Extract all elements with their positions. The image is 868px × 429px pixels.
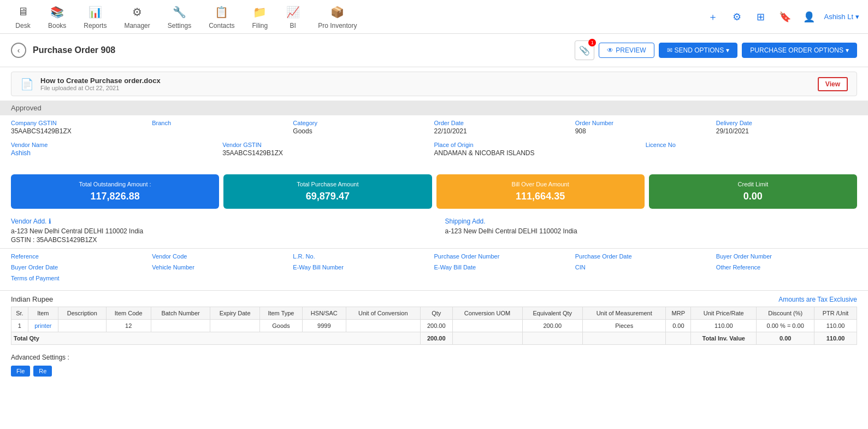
attachment-button[interactable]: 📎 1: [575, 40, 594, 60]
back-button[interactable]: ‹: [11, 43, 26, 58]
vendor-address-text: a-123 New Delhi Central DELHI 110002 Ind…: [11, 227, 423, 235]
other-reference-field: Other Reference: [716, 264, 857, 271]
po-number-field: Purchase Order Number: [434, 253, 575, 260]
nav-item-filing[interactable]: 📁 Filing: [245, 0, 274, 34]
cell-ptr-unit: 110.00: [814, 320, 857, 332]
items-table: Sr. Item Description Item Code Batch Num…: [11, 307, 857, 345]
cell-equivalent-qty: 200.00: [522, 320, 582, 332]
user-avatar-icon[interactable]: 👤: [800, 8, 818, 26]
total-qty-label: Total Qty: [11, 332, 421, 345]
top-navigation: 🖥 Desk 📚 Books 📊 Reports ⚙ Manager 🔧 Set…: [0, 0, 868, 34]
nav-items: 🖥 Desk 📚 Books 📊 Reports ⚙ Manager 🔧 Set…: [9, 0, 704, 34]
vendor-name-field: Vendor Name Ashish: [11, 142, 222, 157]
purchase-value: 69,879.47: [232, 191, 423, 202]
nav-item-settings[interactable]: 🔧 Settings: [161, 0, 198, 34]
vendor-add-link[interactable]: Vendor Add. ℹ: [11, 218, 51, 225]
pro-inventory-icon: 📦: [330, 4, 345, 20]
credit-limit-box: Credit Limit 0.00: [649, 174, 857, 209]
preview-label: PREVIEW: [616, 46, 646, 54]
eway-bill-date-label: E-Way Bill Date: [434, 264, 575, 271]
col-unit-of-measurement: Unit of Measurement: [583, 307, 666, 320]
shipping-add-label: Shipping Add.: [445, 218, 486, 225]
other-reference-label: Other Reference: [716, 264, 857, 271]
nav-item-books[interactable]: 📚 Books: [42, 0, 73, 34]
shipping-add-link[interactable]: Shipping Add.: [445, 218, 486, 225]
advanced-btn-2[interactable]: Re: [33, 366, 52, 377]
user-menu[interactable]: Ashish Lt ▾: [824, 13, 859, 21]
nav-item-desk[interactable]: 🖥 Desk: [9, 0, 37, 34]
licence-no-value: [646, 149, 857, 157]
nav-item-contacts[interactable]: 📋 Contacts: [202, 0, 241, 34]
lr-no-label: L.R. No.: [293, 253, 434, 260]
col-expiry-date: Expiry Date: [210, 307, 259, 320]
order-date-label: Order Date: [434, 120, 575, 126]
eway-bill-number-field: E-Way Bill Number: [293, 264, 434, 271]
po-options-chevron-icon: ▾: [846, 46, 849, 54]
delivery-date-value: 29/10/2021: [716, 127, 857, 135]
total-qty-empty4: [666, 332, 691, 345]
vendor-code-label: Vendor Code: [152, 253, 293, 260]
cell-sr: 1: [11, 320, 28, 332]
desk-icon: 🖥: [15, 4, 31, 20]
grid-icon[interactable]: ⊞: [752, 8, 770, 26]
col-item-code: Item Code: [106, 307, 151, 320]
po-date-field: Purchase Order Date: [575, 253, 716, 260]
nav-item-manager[interactable]: ⚙ Manager: [117, 0, 156, 34]
delivery-date-label: Delivery Date: [716, 120, 857, 126]
filing-icon: 📁: [252, 4, 268, 20]
col-item-type: Item Type: [259, 307, 302, 320]
reference-fields-section: Reference Vendor Code L.R. No. Purchase …: [0, 248, 868, 290]
nav-item-pro-inventory[interactable]: 📦 Pro Inventory: [311, 0, 363, 34]
vendor-gstin-field: Vendor GSTIN 35AABCS1429B1ZX: [222, 142, 434, 157]
cell-item-type: Goods: [259, 320, 302, 332]
file-info: How to Create Purchase order.docx File u…: [40, 77, 811, 91]
send-options-button[interactable]: ✉ SEND OPTIONS ▾: [659, 43, 738, 58]
company-fields-row1: Company GSTIN 35AABCS1429B1ZX Branch Cat…: [11, 120, 857, 135]
cin-label: CIN: [575, 264, 716, 271]
preview-icon: 👁: [607, 46, 613, 54]
category-label: Category: [293, 120, 434, 126]
nav-item-bi[interactable]: 📈 BI: [279, 0, 307, 34]
category-field: Category Goods: [293, 120, 434, 135]
po-options-button[interactable]: PURCHASE ORDER OPTIONS ▾: [742, 43, 857, 58]
vendor-code-field: Vendor Code: [152, 253, 293, 260]
gear-icon[interactable]: ⚙: [728, 8, 746, 26]
add-button[interactable]: ＋: [704, 8, 722, 26]
overdue-amount-box: Bill Over Due Amount 111,664.35: [436, 174, 645, 209]
col-conversion-uom: Conversion UOM: [452, 307, 522, 320]
cell-conversion-uom: [452, 320, 522, 332]
cell-item-code: 12: [106, 320, 151, 332]
overdue-value: 111,664.35: [445, 191, 636, 202]
col-unit-of-conversion: Unit of Conversion: [346, 307, 420, 320]
chevron-down-icon: ▾: [855, 13, 859, 21]
address-section: Vendor Add. ℹ a-123 New Delhi Central DE…: [0, 215, 868, 248]
cin-field: CIN: [575, 264, 716, 271]
po-number-label: Purchase Order Number: [434, 253, 575, 260]
total-ptr-value: 110.00: [814, 332, 857, 345]
tax-exclusive-label: Amounts are Tax Exclusive: [778, 296, 857, 303]
total-qty-empty3: [583, 332, 666, 345]
total-inv-value: 0.00: [757, 332, 814, 345]
file-document-icon: 📄: [20, 78, 34, 91]
advanced-btn-1[interactable]: Fle: [11, 366, 30, 377]
buyer-order-number-field: Buyer Order Number: [716, 253, 857, 260]
cell-batch-number: [151, 320, 210, 332]
reference-field: Reference: [11, 253, 152, 260]
cell-discount: 0.00 % = 0.00: [757, 320, 814, 332]
view-file-button[interactable]: View: [818, 77, 848, 91]
delivery-date-field: Delivery Date 29/10/2021: [716, 120, 857, 135]
company-gstin-value: 35AABCS1429B1ZX: [11, 127, 152, 135]
table-header-row: Indian Rupee Amounts are Tax Exclusive: [11, 295, 857, 303]
nav-item-reports[interactable]: 📊 Reports: [77, 0, 113, 34]
cell-item[interactable]: printer: [28, 320, 58, 332]
advanced-label: Advanced Settings :: [11, 354, 69, 361]
branch-field: Branch: [152, 120, 293, 135]
bookmark-icon[interactable]: 🔖: [776, 8, 794, 26]
nav-label-desk: Desk: [15, 22, 30, 30]
preview-button[interactable]: 👁 PREVIEW: [599, 43, 654, 58]
nav-label-books: Books: [48, 22, 66, 30]
user-name: Ashish Lt: [824, 13, 853, 21]
books-icon: 📚: [50, 4, 65, 20]
outstanding-value: 117,826.88: [20, 191, 210, 202]
vendor-name-value[interactable]: Ashish: [11, 149, 222, 157]
